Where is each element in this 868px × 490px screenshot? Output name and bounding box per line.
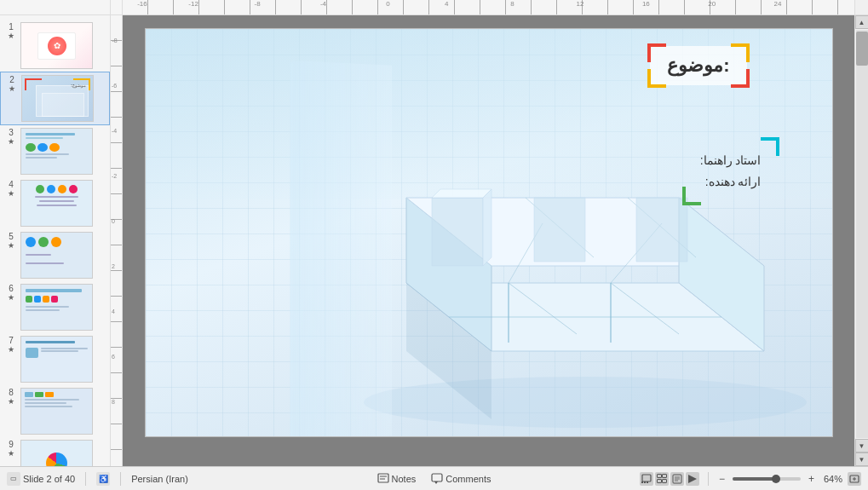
info-corner-tr <box>761 137 779 156</box>
svg-marker-16 <box>534 198 585 262</box>
notes-icon <box>377 473 389 485</box>
scroll-up-button[interactable]: ▲ <box>855 15 869 29</box>
slideshow-button[interactable] <box>686 472 699 486</box>
info-corner-bl <box>682 187 701 205</box>
slide-main: موضوع: استاد راهنما: ارائه دهنده: <box>145 28 833 437</box>
slide-star-1: ★ <box>8 32 14 40</box>
svg-rect-31 <box>657 479 661 482</box>
slide-thumbnail-9[interactable]: 9 ★ <box>0 437 110 466</box>
notes-label: Notes <box>392 474 417 484</box>
slide-info: Slide 2 of 40 <box>23 474 75 484</box>
title-box: موضوع: <box>650 46 746 85</box>
slide-num-4: 4 <box>9 180 14 189</box>
status-right: − + 64% <box>577 472 861 486</box>
status-separator-1 <box>85 472 86 486</box>
status-bar: ▭ Slide 2 of 40 ♿ Persian (Iran) Notes <box>0 466 868 490</box>
slide-star-4: ★ <box>8 189 14 198</box>
comments-label: Comments <box>445 474 491 484</box>
status-left: ▭ Slide 2 of 40 ♿ Persian (Iran) <box>7 472 291 486</box>
slide-num-2: 2 <box>9 75 14 84</box>
svg-rect-27 <box>644 481 646 483</box>
slide-thumb-8 <box>20 388 93 435</box>
slide-num-9: 9 <box>9 440 14 449</box>
comments-icon <box>431 473 443 485</box>
slide-num-8: 8 <box>9 388 14 397</box>
slide-star-3: ★ <box>8 137 14 146</box>
info-box: استاد راهنما: ارائه دهنده: <box>685 140 777 203</box>
svg-rect-29 <box>657 474 661 477</box>
zoom-in-button[interactable]: + <box>807 473 816 485</box>
slide-num-5: 5 <box>9 232 14 241</box>
slide-num-6: 6 <box>9 284 14 293</box>
scroll-track[interactable] <box>856 30 868 438</box>
svg-marker-15 <box>432 198 483 266</box>
svg-marker-24 <box>434 481 438 484</box>
slide-thumb-6 <box>20 284 93 331</box>
status-center: Notes Comments <box>291 471 576 487</box>
title-corner-tr <box>731 43 750 62</box>
svg-rect-30 <box>662 474 666 477</box>
zoom-percent[interactable]: 64% <box>819 474 842 484</box>
comments-button[interactable]: Comments <box>424 471 497 487</box>
svg-rect-23 <box>432 474 442 481</box>
right-scrollbar[interactable]: ▲ ▼ ▼ <box>854 15 868 466</box>
main-area: 1 ★ ✿ 2 ★ <box>0 15 868 466</box>
svg-marker-19 <box>483 189 491 266</box>
slide-num-1: 1 <box>9 22 14 32</box>
zoom-slider[interactable] <box>733 477 801 481</box>
slide-thumb-9 <box>20 440 93 466</box>
slide-thumbnail-7[interactable]: 7 ★ <box>0 333 110 385</box>
slide-thumb-4 <box>20 180 93 227</box>
slide-star-6: ★ <box>8 293 14 302</box>
slide-star-5: ★ <box>8 241 14 250</box>
slide-panel[interactable]: 1 ★ ✿ 2 ★ <box>0 15 111 466</box>
title-corner-br <box>731 69 750 88</box>
language-label: Persian (Iran) <box>131 474 188 484</box>
svg-marker-17 <box>636 198 687 262</box>
slide-title: موضوع: <box>667 55 729 76</box>
slide-thumbnail-8[interactable]: 8 ★ <box>0 385 110 437</box>
slide-star-7: ★ <box>8 345 14 354</box>
zoom-fill <box>733 477 776 481</box>
zoom-thumb[interactable] <box>772 475 780 483</box>
reading-view-button[interactable] <box>670 472 684 486</box>
slide-num-7: 7 <box>9 336 14 345</box>
slide-thumbnail-5[interactable]: 5 ★ <box>0 229 110 281</box>
slide-star-8: ★ <box>8 397 14 406</box>
scroll-down2-button[interactable]: ▼ <box>855 453 869 466</box>
title-corner-tl <box>647 43 666 62</box>
slide-star-2: ★ <box>9 84 15 93</box>
slide-thumb-5 <box>20 232 93 279</box>
slide-thumb-7 <box>20 336 93 383</box>
slide-thumbnail-1[interactable]: 1 ★ ✿ <box>0 20 110 72</box>
zoom-out-button[interactable]: − <box>717 473 727 485</box>
slide-thumbnail-3[interactable]: 3 ★ <box>0 125 110 177</box>
left-ruler: -8 -6 -4 -2 0 2 4 6 8 <box>111 15 123 466</box>
accessibility-icon[interactable]: ♿ <box>96 472 110 486</box>
svg-rect-32 <box>662 479 666 482</box>
slide-sorter-button[interactable] <box>655 472 669 486</box>
slide-star-9: ★ <box>8 449 14 458</box>
svg-rect-28 <box>647 481 648 483</box>
svg-point-0 <box>364 377 807 428</box>
info-text: استاد راهنما: ارائه دهنده: <box>700 150 762 193</box>
slide-thumb-1: ✿ <box>20 22 93 69</box>
slide-thumbnail-4[interactable]: 4 ★ <box>0 177 110 229</box>
notes-button[interactable]: Notes <box>371 471 423 487</box>
title-corner-bl <box>647 69 666 88</box>
normal-view-button[interactable] <box>640 472 653 486</box>
status-separator-3 <box>708 472 709 486</box>
info-line2: ارائه دهنده: <box>700 171 762 193</box>
svg-marker-18 <box>432 189 491 198</box>
scroll-down-button[interactable]: ▼ <box>855 439 869 453</box>
slide-canvas-area: موضوع: استاد راهنما: ارائه دهنده: <box>123 15 854 466</box>
status-separator-2 <box>120 472 121 486</box>
fit-window-button[interactable] <box>848 472 861 486</box>
svg-rect-26 <box>641 481 643 483</box>
info-line1: استاد راهنما: <box>700 150 762 171</box>
svg-rect-20 <box>378 474 388 482</box>
app-container: -16 -12 -8 -4 0 4 8 12 16 20 24 1 ★ <box>0 0 868 490</box>
slide-thumbnail-2[interactable]: 2 ★ موضوع: <box>0 72 110 125</box>
slide-thumbnail-6[interactable]: 6 ★ <box>0 281 110 333</box>
slide-status-icon: ▭ <box>7 472 20 486</box>
